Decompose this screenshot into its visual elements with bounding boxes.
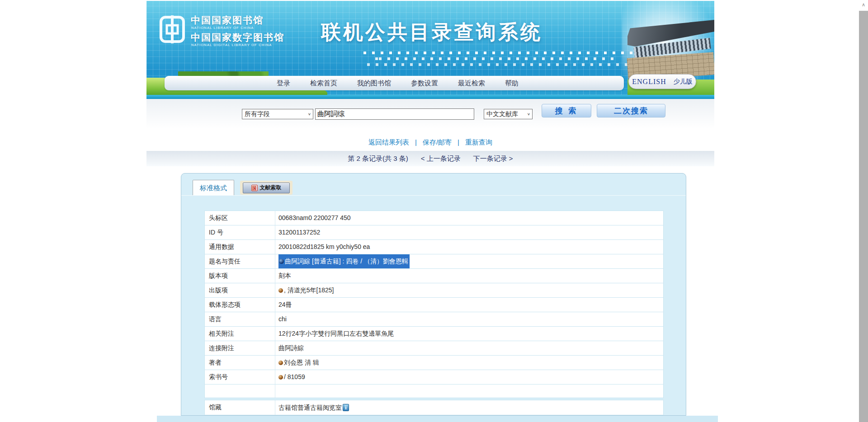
- table-row-title-responsibility: 题名与责任 曲阿詞綜 [普通古籍] : 四卷 / （清）劉會恩輯: [205, 254, 663, 269]
- table-row-empty: [205, 384, 663, 398]
- brown-ball-icon: [278, 361, 283, 365]
- new-search-link[interactable]: 重新查询: [465, 138, 492, 147]
- search-field-select-value: 所有字段: [245, 110, 270, 118]
- page-title: 联机公共目录查询系统: [321, 19, 542, 46]
- table-row-publication: 出版项 , 清道光5年[1825]: [205, 283, 663, 298]
- nav-item-login[interactable]: 登录: [277, 79, 290, 88]
- english-link[interactable]: ENGLISH: [632, 78, 666, 86]
- holdings-location: 古籍馆普通古籍阅览室: [278, 401, 342, 415]
- save-mail-link[interactable]: 保存/邮寄: [423, 138, 452, 147]
- table-row-edition: 版本项 刻本: [205, 269, 663, 283]
- nav-item-help[interactable]: 帮助: [505, 79, 519, 88]
- separator: |: [458, 138, 459, 147]
- table-row-leader: 头标区 00683nam0 2200277 450: [205, 211, 663, 225]
- main-nav: 登录 检索首页 我的图书馆 参数设置 最近检索 帮助: [165, 76, 624, 90]
- logo-cn-1: 中国国家图书馆: [191, 15, 284, 25]
- nav-item-my-library[interactable]: 我的图书馆: [357, 79, 391, 88]
- nlc-logo-icon: [159, 14, 185, 44]
- next-record-link[interactable]: 下一条记录 >: [473, 155, 513, 163]
- selected-title-text: 曲阿詞綜 [普通古籍] : 四卷 / （清）劉會恩輯: [278, 254, 410, 268]
- record-position-text: 第 2 条记录(共 3 条): [348, 155, 408, 163]
- holdings-table: 馆藏 古籍馆普通古籍阅览室 i: [204, 400, 664, 415]
- table-row-link-note: 连接附注 曲阿詩綜: [205, 341, 663, 356]
- brown-ball-icon: [278, 375, 283, 380]
- search-field-select[interactable]: 所有字段 ∨: [242, 109, 313, 119]
- tab-document-request[interactable]: 国 文献索取: [240, 181, 292, 195]
- back-to-results-link[interactable]: 返回结果列表: [368, 138, 409, 147]
- logo-en-1: NATIONAL LIBRARY OF CHINA: [191, 26, 284, 30]
- document-request-label: 文献索取: [260, 184, 282, 192]
- search-button[interactable]: 搜 索: [542, 104, 591, 117]
- table-row-author: 著者 刘会恩 清 辑: [205, 356, 663, 370]
- pixel-dots-decoration: [363, 52, 639, 70]
- footer-strip: [157, 416, 718, 422]
- holdings-row: 馆藏 古籍馆普通古籍阅览室 i: [205, 400, 663, 415]
- prev-record-link[interactable]: < 上一条记录: [421, 155, 461, 163]
- language-switcher: ENGLISH 少儿版: [628, 74, 696, 89]
- nlc-logo[interactable]: 中国国家图书馆 NATIONAL LIBRARY OF CHINA 中国国家数字…: [159, 14, 284, 49]
- chevron-down-icon: ∨: [308, 112, 311, 116]
- logo-en-2: NATIONAL DIGITAL LIBRARY OF CHINA: [191, 43, 284, 47]
- nav-item-settings[interactable]: 参数设置: [411, 79, 438, 88]
- separator: |: [415, 138, 417, 147]
- record-panel: 标准格式 国 文献索取 头标区 00683nam0 2200277 450 ID…: [181, 173, 686, 416]
- table-row-call-number: 索书号 / 81059: [205, 370, 663, 384]
- scrollbar-thumb[interactable]: [859, 11, 868, 422]
- table-row-id: ID 号 312001137252: [205, 225, 663, 240]
- kids-version-link[interactable]: 少儿版: [674, 78, 693, 86]
- table-row-general-data: 通用数据 20010822d1825 km y0chiy50 ea: [205, 240, 663, 254]
- nlc-mini-logo-icon: 国: [251, 185, 258, 191]
- secondary-search-button[interactable]: 二次搜索: [597, 104, 665, 117]
- scroll-up-button[interactable]: ∧: [859, 0, 868, 10]
- nav-item-search-home[interactable]: 检索首页: [310, 79, 337, 88]
- nav-item-recent-searches[interactable]: 最近检索: [458, 79, 485, 88]
- database-select[interactable]: 中文文献库 ∨: [484, 109, 533, 119]
- record-nav: 第 2 条记录(共 3 条) < 上一条记录 下一条记录 >: [146, 151, 714, 166]
- tab-standard-format[interactable]: 标准格式: [193, 180, 234, 195]
- info-icon[interactable]: i: [343, 404, 349, 411]
- search-input[interactable]: [315, 108, 474, 120]
- table-row-physical-description: 载体形态项 24冊: [205, 298, 663, 312]
- table-row-language: 语言 chi: [205, 312, 663, 327]
- database-select-value: 中文文献库: [486, 110, 518, 118]
- chevron-down-icon: ∨: [527, 112, 530, 116]
- logo-cn-2: 中国国家数字图书馆: [191, 33, 284, 42]
- table-row-related-note: 相关附注 12行24字小字雙行同黑口左右雙邊單魚尾: [205, 327, 663, 341]
- chevron-up-icon: ∧: [862, 2, 865, 7]
- brown-ball-icon: [278, 288, 283, 293]
- scrollbar[interactable]: ∧: [859, 0, 868, 422]
- record-table: 头标区 00683nam0 2200277 450 ID 号 312001137…: [204, 211, 664, 398]
- banner-bottom-strip: [146, 95, 714, 99]
- document-request-button[interactable]: 国 文献索取: [243, 183, 290, 193]
- blue-ball-icon: [279, 259, 284, 264]
- result-toolbar: 返回结果列表 | 保存/邮寄 | 重新查询: [146, 138, 714, 147]
